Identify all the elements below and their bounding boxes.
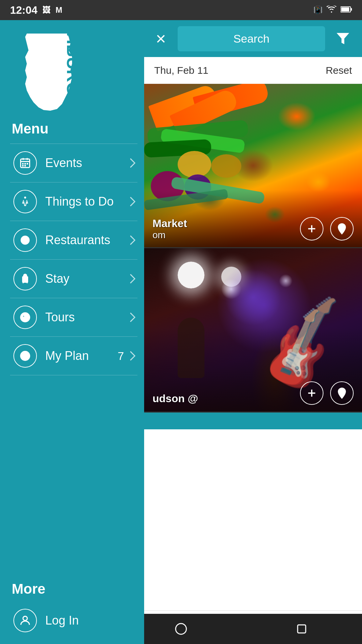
tours-label: Tours (45, 310, 127, 324)
status-bar: 12:04 🖼 M 📳 (0, 0, 362, 20)
stay-chevron (126, 274, 135, 283)
tours-chevron (126, 313, 135, 322)
sidebar: HBURG Menu (0, 20, 144, 644)
home-button[interactable] (168, 615, 194, 642)
card-1-location-button[interactable] (330, 217, 354, 240)
sidebar-item-stay[interactable]: Stay (10, 259, 137, 298)
my-plan-chevron (126, 351, 135, 361)
card-2-title: udson @ (153, 392, 198, 405)
my-plan-label: My Plan (45, 349, 118, 363)
time-display: 12:04 (10, 4, 38, 16)
event-card-1: Market om (144, 84, 362, 248)
svg-text:A: A (23, 315, 24, 317)
svg-rect-9 (24, 163, 26, 165)
card-1-overlay: Market om (144, 210, 362, 247)
filter-button[interactable] (330, 26, 355, 51)
top-bar: × Search (144, 20, 362, 57)
my-plan-badge: 7 (118, 350, 124, 363)
svg-rect-2 (351, 8, 352, 11)
svg-text:HBURG: HBURG (63, 32, 83, 96)
more-section: More Log In (10, 581, 137, 637)
tour-icon: A B (13, 306, 37, 329)
close-button[interactable]: × (151, 29, 171, 49)
card-1-add-button[interactable] (300, 217, 323, 240)
svg-point-13 (24, 197, 26, 199)
card-2-add-button[interactable] (300, 381, 323, 405)
svg-rect-11 (22, 165, 24, 167)
sidebar-item-tours[interactable]: A B Tours (10, 298, 137, 336)
login-item[interactable]: Log In (10, 604, 137, 637)
card-2-location-button[interactable] (330, 381, 354, 405)
svg-rect-10 (27, 163, 28, 165)
svg-rect-8 (22, 163, 24, 165)
restaurants-label: Restaurants (45, 233, 127, 247)
sidebar-item-things-to-do[interactable]: Things to Do (10, 182, 137, 221)
reset-button[interactable]: Reset (326, 65, 352, 76)
sidebar-item-restaurants[interactable]: Restaurants (10, 221, 137, 259)
content-scroll: Market om (144, 84, 362, 610)
svg-point-27 (23, 616, 27, 621)
food-icon (13, 228, 37, 252)
search-button[interactable]: Search (178, 26, 325, 51)
app-logo: HBURG (10, 30, 84, 111)
wifi-icon (326, 5, 337, 15)
svg-point-33 (341, 390, 343, 393)
luggage-icon (13, 267, 37, 290)
things-to-do-chevron (126, 197, 135, 206)
vibrate-icon: 📳 (313, 6, 322, 14)
battery-icon (341, 5, 352, 15)
event-card-2: 🎸 udson @ (144, 248, 362, 413)
checkmark-icon (13, 344, 37, 368)
events-chevron (126, 158, 135, 168)
person-icon (13, 609, 37, 632)
svg-rect-1 (341, 7, 349, 11)
date-display: Thu, Feb 11 (154, 65, 208, 76)
right-panel: × Search Thu, Feb 11 Reset (144, 20, 362, 644)
svg-rect-37 (298, 625, 306, 633)
card-1-subtitle: om (153, 230, 187, 240)
things-to-do-label: Things to Do (45, 195, 127, 209)
svg-text:B: B (26, 317, 27, 319)
email-icon: M (56, 5, 62, 15)
date-bar: Thu, Feb 11 Reset (144, 57, 362, 84)
recent-button[interactable] (288, 615, 315, 642)
card-1-title: Market (153, 217, 187, 230)
login-label: Log In (45, 613, 79, 628)
svg-rect-12 (24, 165, 26, 167)
restaurants-chevron (126, 235, 135, 245)
person-walking-icon (13, 190, 37, 213)
events-label: Events (45, 156, 127, 170)
calendar-icon (13, 151, 37, 175)
stay-label: Stay (45, 272, 127, 286)
card-2-overlay: udson @ (144, 375, 362, 412)
event-card-partial (144, 413, 362, 429)
logo-area: HBURG (10, 30, 137, 111)
sidebar-item-my-plan[interactable]: My Plan 7 (10, 336, 137, 375)
sidebar-item-events[interactable]: Events (10, 144, 137, 182)
svg-point-30 (341, 226, 343, 229)
svg-point-36 (176, 624, 186, 634)
more-label: More (10, 581, 137, 597)
menu-items: Events Things to Do (10, 144, 137, 568)
menu-label: Menu (10, 121, 137, 137)
image-icon: 🖼 (43, 5, 51, 15)
